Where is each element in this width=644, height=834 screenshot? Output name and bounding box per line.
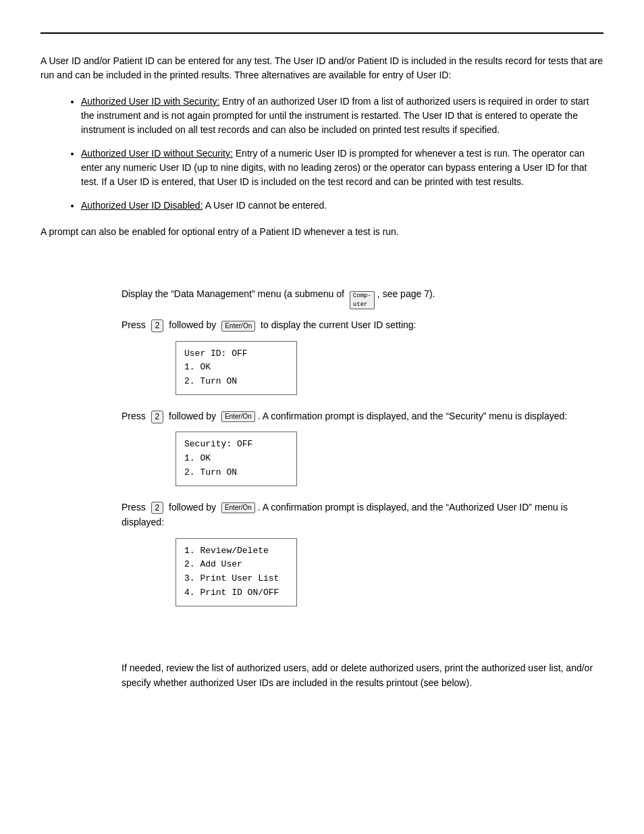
lcd-1-line-3: 2. Turn ON: [184, 375, 288, 389]
comp-icon: Comp-uter: [350, 291, 375, 309]
enter-on-key-2: Enter/On: [221, 411, 255, 422]
bullet-3-text: A User ID cannot be entered.: [203, 200, 327, 211]
bullet-item-2: Authorized User ID without Security: Ent…: [81, 147, 603, 189]
bullet-item-3: Authorized User ID Disabled: A User ID c…: [81, 199, 603, 213]
bullet-item-1: Authorized User ID with Security: Entry …: [81, 95, 603, 137]
enter-on-key: Enter/On: [221, 321, 255, 332]
followed-by-label-3: followed by: [166, 502, 219, 513]
lcd-2-line-2: 1. OK: [184, 452, 288, 466]
cont-1-text: . A confirmation prompt is displayed, an…: [258, 411, 567, 421]
lcd-screen-2: Security: OFF 1. OK 2. Turn ON: [176, 432, 297, 486]
lcd-2-line-1: Security: OFF: [184, 438, 288, 452]
instruction-2: Press 2 followed by Enter/On to display …: [122, 317, 603, 332]
instruction-1-text2: , see page 7).: [377, 286, 435, 301]
followed-by-label-2: followed by: [166, 411, 219, 421]
lcd-3-line-3: 3. Print User List: [184, 572, 288, 586]
continuation-1: Press 2 followed by Enter/On . A confirm…: [122, 409, 603, 423]
bullet-2-label: Authorized User ID without Security:: [81, 148, 233, 159]
lcd-3-line-4: 4. Print ID ON/OFF: [184, 586, 288, 600]
continuation-2: Press 2 followed by Enter/On . A confirm…: [122, 500, 603, 530]
press-label: Press: [122, 317, 149, 332]
lcd-3-line-2: 2. Add User: [184, 558, 288, 572]
press-label-2: Press: [122, 411, 149, 421]
lcd-1-line-2: 1. OK: [184, 361, 288, 375]
patient-id-note: A prompt can also be enabled for optiona…: [41, 225, 603, 239]
lcd-3-line-1: 1. Review/Delete: [184, 544, 288, 558]
lcd-2-line-3: 2. Turn ON: [184, 466, 288, 480]
lcd-screen-3: 1. Review/Delete 2. Add User 3. Print Us…: [176, 538, 297, 606]
bullet-list: Authorized User ID with Security: Entry …: [81, 95, 603, 213]
key-2-button: 2: [151, 319, 164, 332]
instruction-2-text: to display the current User ID setting:: [258, 317, 416, 332]
key-2-button-2: 2: [151, 411, 164, 423]
top-rule: [41, 32, 603, 34]
instruction-1: Display the “Data Management” menu (a su…: [122, 286, 603, 309]
key-2-button-3: 2: [151, 502, 164, 515]
bullet-1-label: Authorized User ID with Security:: [81, 96, 219, 107]
intro-paragraph: A User ID and/or Patient ID can be enter…: [41, 54, 603, 82]
lcd-screen-1: User ID: OFF 1. OK 2. Turn ON: [176, 341, 297, 395]
instruction-1-text: Display the “Data Management” menu (a su…: [122, 286, 347, 301]
bottom-text: If needed, review the list of authorized…: [122, 660, 603, 691]
bullet-3-label: Authorized User ID Disabled:: [81, 200, 203, 211]
enter-on-key-3: Enter/On: [221, 502, 255, 513]
bottom-section: If needed, review the list of authorized…: [122, 660, 603, 691]
followed-by-label: followed by: [166, 317, 219, 332]
lcd-1-line-1: User ID: OFF: [184, 347, 288, 361]
press-label-3: Press: [122, 502, 149, 513]
